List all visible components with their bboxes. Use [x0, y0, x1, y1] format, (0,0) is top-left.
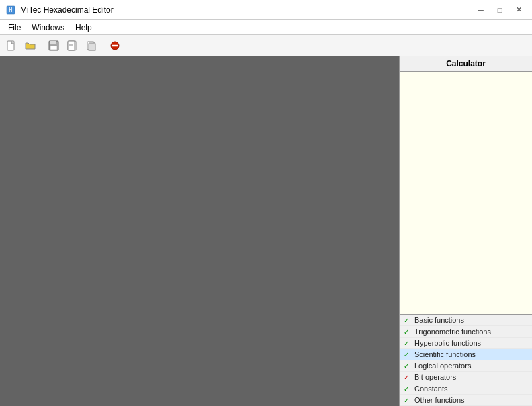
check-icon-scientific-functions: ✓ [404, 351, 412, 358]
check-icon-bit-operators: ✓ [404, 374, 412, 381]
save-all-button[interactable] [83, 38, 100, 54]
title-bar: H MiTec Hexadecimal Editor ─ □ ✕ [0, 0, 532, 20]
svg-rect-11 [89, 43, 95, 51]
save-as-button[interactable] [64, 38, 81, 54]
menu-help[interactable]: Help [70, 21, 97, 34]
window-title: MiTec Hexadecimal Editor [20, 5, 473, 15]
calc-list-label-logical-operators: Logical operators [414, 362, 471, 370]
calc-list-item-scientific-functions[interactable]: ✓Scientific functions [400, 349, 532, 360]
calc-list-item-constants[interactable]: ✓Constants [400, 383, 532, 395]
svg-text:H: H [9, 7, 13, 13]
close-button[interactable]: ✕ [511, 3, 527, 17]
calc-list-item-hyperbolic-functions[interactable]: ✓Hyperbolic functions [400, 338, 532, 349]
svg-rect-2 [7, 41, 14, 50]
open-button[interactable] [21, 38, 39, 54]
save-button[interactable] [45, 38, 62, 54]
check-icon-hyperbolic-functions: ✓ [404, 340, 412, 347]
toolbar [0, 35, 532, 56]
calc-list-item-bit-operators[interactable]: ✓Bit operators [400, 372, 532, 383]
menu-windows[interactable]: Windows [26, 21, 70, 34]
maximize-button[interactable]: □ [492, 3, 508, 17]
svg-rect-4 [50, 41, 56, 44]
check-icon-trigonometric-functions: ✓ [404, 328, 412, 336]
calc-list-label-basic-functions: Basic functions [414, 316, 464, 324]
calc-list-item-other-functions[interactable]: ✓Other functions [400, 395, 532, 406]
hex-editor-panel[interactable] [0, 56, 399, 406]
calc-list-label-other-functions: Other functions [414, 396, 465, 404]
check-icon-basic-functions: ✓ [404, 317, 412, 324]
new-button[interactable] [3, 38, 20, 54]
calculator-panel: Calculator ✓Basic functions✓Trigonometri… [399, 56, 532, 406]
check-icon-logical-operators: ✓ [404, 362, 412, 370]
calc-list-label-bit-operators: Bit operators [414, 373, 456, 381]
toolbar-separator-1 [42, 39, 42, 52]
calc-list-item-trigonometric-functions[interactable]: ✓Trigonometric functions [400, 326, 532, 338]
check-icon-other-functions: ✓ [404, 397, 412, 404]
calc-list-item-basic-functions[interactable]: ✓Basic functions [400, 315, 532, 326]
calc-list-label-hyperbolic-functions: Hyperbolic functions [414, 339, 481, 347]
window-controls: ─ □ ✕ [473, 3, 527, 17]
calculator-display[interactable] [400, 72, 532, 315]
menu-file[interactable]: File [3, 21, 26, 34]
cancel-button[interactable] [106, 38, 124, 54]
calc-list-label-scientific-functions: Scientific functions [414, 350, 476, 358]
menu-bar: File Windows Help [0, 20, 532, 35]
app-icon: H [5, 5, 16, 15]
calculator-list: ✓Basic functions✓Trigonometric functions… [400, 315, 532, 406]
check-icon-constants: ✓ [404, 385, 412, 393]
main-content: Calculator ✓Basic functions✓Trigonometri… [0, 56, 532, 406]
calc-list-label-constants: Constants [414, 385, 448, 393]
calculator-header: Calculator [400, 56, 532, 72]
minimize-button[interactable]: ─ [473, 3, 489, 17]
toolbar-separator-2 [103, 39, 103, 52]
svg-rect-5 [50, 46, 57, 50]
calc-list-label-trigonometric-functions: Trigonometric functions [414, 327, 491, 336]
calc-list-item-logical-operators[interactable]: ✓Logical operators [400, 360, 532, 372]
